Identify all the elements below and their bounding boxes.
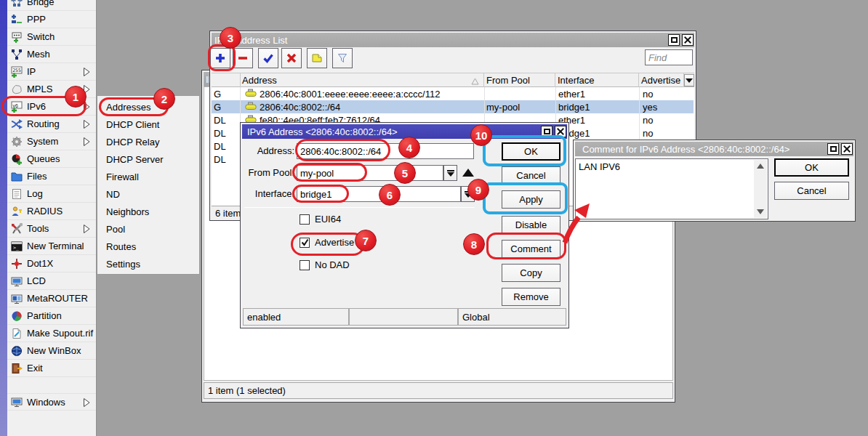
submenu-item-settings[interactable]: Settings <box>98 255 198 272</box>
checkbox-box[interactable] <box>300 238 310 248</box>
find-input[interactable]: Find <box>645 49 693 65</box>
toolbar-enable-button[interactable] <box>258 48 278 68</box>
from-pool-label: From Pool: <box>248 167 294 178</box>
checkbox-eui64[interactable]: EUI64 <box>300 214 341 225</box>
submenu-item-firewall[interactable]: Firewall <box>98 168 198 185</box>
sidebar-item-make-supout-rif[interactable]: Make Supout.rif <box>7 325 96 342</box>
plus-icon <box>214 52 226 64</box>
sidebar-item-label: Log <box>27 188 43 199</box>
sidebar-item-windows[interactable]: Windows <box>7 393 96 411</box>
comment-ok-button[interactable]: OK <box>774 158 849 177</box>
sidebar-item-label: MetaROUTER <box>27 293 88 304</box>
mpls-icon <box>11 84 23 95</box>
sidebar-item-new-winbox[interactable]: New WinBox <box>7 342 96 360</box>
submenu-item-addresses[interactable]: Addresses <box>98 98 198 116</box>
row-advertise: no <box>643 87 686 100</box>
sidebar-item-files[interactable]: Files <box>7 168 96 185</box>
dialog-cancel-button[interactable]: Cancel <box>502 166 560 185</box>
ipv6-address-dialog: IPv6 Address <2806:40c:8002::/64> Addres… <box>240 122 569 328</box>
note-icon <box>311 52 323 64</box>
sidebar-item-dot1x[interactable]: Dot1X <box>7 255 96 272</box>
from-pool-input[interactable]: my-pool <box>297 165 443 181</box>
sidebar-item-lcd[interactable]: LCD <box>7 272 96 290</box>
submenu-item-pool[interactable]: Pool <box>98 220 198 238</box>
sidebar-item-ip[interactable]: 255IP <box>7 63 96 81</box>
dialog-remove-button[interactable]: Remove <box>502 288 560 306</box>
dialog-comment-button[interactable]: Comment <box>502 240 560 258</box>
submenu-item-nd[interactable]: ND <box>98 185 198 203</box>
sidebar-item-ipv6[interactable]: v6IPv6 <box>7 98 96 116</box>
sidebar-item-exit[interactable]: Exit <box>7 360 96 377</box>
tools-icon <box>11 223 23 235</box>
sidebar-item-mesh[interactable]: Mesh <box>7 46 96 63</box>
row-flags: DL <box>214 153 238 166</box>
checkbox-box[interactable] <box>300 260 310 270</box>
submenu-arrow-icon <box>84 68 90 78</box>
sidebar-item-label: Queues <box>27 153 60 164</box>
sidebar-item-label: Tools <box>27 223 49 234</box>
sidebar-item-radius[interactable]: RADIUS <box>7 203 96 220</box>
interface-dropdown-button[interactable] <box>461 186 475 202</box>
column-header-advertise[interactable]: Advertise <box>639 73 684 87</box>
address-input[interactable]: 2806:40c:8002::/64 <box>297 143 474 159</box>
comment-window-maximize-button[interactable] <box>827 143 839 155</box>
row-advertise: no <box>643 126 686 140</box>
row-flags: G <box>214 100 238 113</box>
sidebar-item-new-terminal[interactable]: >_New Terminal <box>7 238 96 255</box>
sidebar-item-routing[interactable]: Routing <box>7 116 96 133</box>
sidebar-item-label: Exit <box>27 363 43 374</box>
svg-text:>_: >_ <box>13 245 19 251</box>
submenu-item-neighbors[interactable]: Neighbors <box>98 203 198 220</box>
sidebar-item-label: PPP <box>27 14 46 25</box>
comment-cancel-button[interactable]: Cancel <box>774 182 849 200</box>
address-row[interactable]: G2806:40c:8002::/64my-poolbridge1yes <box>212 100 694 113</box>
address-row[interactable]: G2806:40c:8001:eeee:eeee:eeee:a:cccc/112… <box>212 87 694 100</box>
sidebar-item-tools[interactable]: Tools <box>7 220 96 238</box>
address-icon <box>245 87 257 100</box>
submenu-item-routes[interactable]: Routes <box>98 238 198 255</box>
check-mark-icon <box>301 238 309 246</box>
toolbar-remove-button[interactable] <box>233 48 253 68</box>
sidebar-item-ppp[interactable]: PPP <box>7 11 96 28</box>
background-window-status: 1 item (1 selected) <box>204 382 673 399</box>
comment-textarea[interactable]: LAN IPV6 <box>575 158 768 219</box>
toolbar-disable-button[interactable] <box>281 48 302 68</box>
sidebar-item-partition[interactable]: Partition <box>7 307 96 325</box>
column-select-dropdown-button[interactable] <box>684 74 694 86</box>
column-header-interface[interactable]: Interface <box>555 73 639 87</box>
checkbox-advertise[interactable]: Advertise <box>300 237 354 248</box>
submenu-item-dhcp-client[interactable]: DHCP Client <box>98 116 198 133</box>
comment-window-titlebar[interactable]: Comment for IPv6 Address <2806:40c:8002:… <box>575 142 853 156</box>
dot1x-icon <box>11 258 23 270</box>
checkbox-box[interactable] <box>300 214 310 225</box>
dialog-disable-button[interactable]: Disable <box>502 216 560 234</box>
toolbar-add-button[interactable] <box>210 48 230 68</box>
list-window-maximize-button[interactable] <box>668 34 680 46</box>
sidebar-item-metarouter[interactable]: MetaROUTER <box>7 290 96 307</box>
submenu-item-dhcp-relay[interactable]: DHCP Relay <box>98 133 198 150</box>
dialog-ok-button[interactable]: OK <box>502 142 560 161</box>
column-header-from_pool[interactable]: From Pool <box>484 73 555 87</box>
sidebar-item-mpls[interactable]: MPLS <box>7 81 96 98</box>
sidebar-item-switch[interactable]: Switch <box>7 28 96 46</box>
list-window-titlebar[interactable]: IPv6 Address List <box>212 33 694 47</box>
comment-window-close-button[interactable] <box>841 143 853 155</box>
list-window-close-button[interactable] <box>682 34 694 46</box>
sidebar-item-label: Routing <box>27 118 60 129</box>
interface-input[interactable]: bridge1 <box>297 186 461 202</box>
column-header-address[interactable]: Address <box>240 73 484 87</box>
sidebar-item-queues[interactable]: Queues <box>7 150 96 168</box>
toolbar-filter-button[interactable] <box>332 48 353 68</box>
collapse-up-icon[interactable] <box>462 169 474 177</box>
submenu-item-dhcp-server[interactable]: DHCP Server <box>98 150 198 168</box>
checkbox-no-dad[interactable]: No DAD <box>300 259 350 270</box>
row-from-pool <box>486 87 555 100</box>
comment-scrollbar[interactable] <box>754 160 767 218</box>
dialog-apply-button[interactable]: Apply <box>502 190 560 209</box>
sidebar-item-log[interactable]: Log <box>7 185 96 203</box>
from-pool-dropdown-button[interactable] <box>443 165 457 181</box>
toolbar-comment-button[interactable] <box>307 48 327 68</box>
dialog-copy-button[interactable]: Copy <box>502 264 560 282</box>
sidebar-item-bridge[interactable]: Bridge <box>7 0 96 11</box>
sidebar-item-system[interactable]: System <box>7 133 96 150</box>
